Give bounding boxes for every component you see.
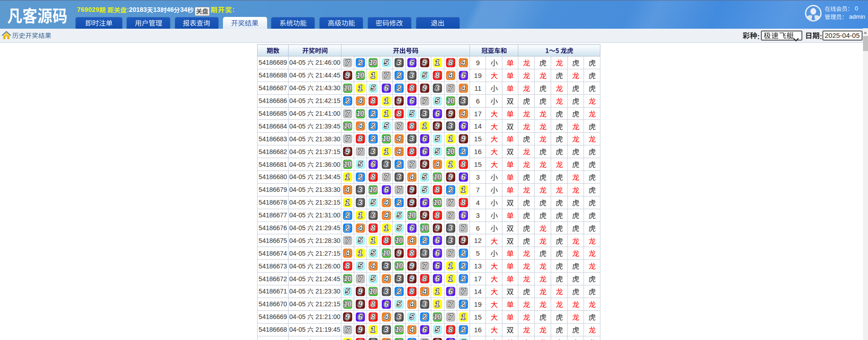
svg-text:9: 9	[435, 122, 440, 130]
svg-text:10: 10	[421, 223, 429, 232]
svg-text:7: 7	[423, 96, 428, 105]
svg-text:3: 3	[409, 134, 414, 143]
svg-text:2: 2	[345, 211, 350, 219]
svg-text:1: 1	[461, 312, 465, 321]
svg-text:4: 4	[460, 109, 465, 118]
svg-text:2: 2	[371, 134, 376, 143]
svg-text:8: 8	[448, 325, 453, 334]
svg-text:10: 10	[434, 312, 441, 321]
svg-text:8: 8	[358, 134, 363, 143]
svg-text:10: 10	[447, 96, 455, 105]
svg-text:2: 2	[345, 96, 350, 105]
svg-text:9: 9	[423, 58, 427, 67]
svg-text:7: 7	[448, 83, 453, 92]
svg-text:1: 1	[435, 287, 439, 296]
svg-text:6: 6	[358, 312, 363, 321]
svg-text:7: 7	[448, 249, 453, 258]
svg-text:7: 7	[448, 198, 453, 206]
svg-text:5: 5	[371, 83, 376, 92]
svg-text:9: 9	[461, 236, 465, 245]
svg-text:5: 5	[423, 185, 427, 194]
svg-text:1: 1	[384, 96, 388, 105]
svg-text:9: 9	[346, 312, 350, 321]
svg-text:3: 3	[423, 249, 427, 258]
svg-text:10: 10	[382, 249, 390, 258]
svg-text:4: 4	[422, 287, 427, 296]
svg-text:2: 2	[396, 83, 401, 92]
svg-text:7: 7	[384, 173, 389, 181]
svg-text:4: 4	[396, 134, 401, 143]
svg-text:2: 2	[460, 300, 465, 309]
svg-text:2: 2	[460, 249, 465, 258]
svg-text:9: 9	[409, 274, 414, 283]
svg-text:5: 5	[409, 312, 414, 321]
svg-text:3: 3	[384, 325, 388, 334]
svg-text:2: 2	[345, 223, 350, 232]
svg-text:8: 8	[435, 185, 440, 194]
svg-text:4: 4	[345, 185, 350, 194]
svg-text:2: 2	[371, 109, 376, 118]
svg-text:6: 6	[384, 185, 388, 194]
svg-text:3: 3	[435, 83, 440, 92]
svg-text:10: 10	[344, 300, 351, 309]
svg-text:1: 1	[346, 338, 350, 340]
svg-text:3: 3	[448, 236, 453, 245]
svg-text:2: 2	[422, 312, 427, 321]
svg-text:2: 2	[371, 122, 376, 130]
svg-text:6: 6	[435, 109, 440, 118]
svg-text:1: 1	[384, 223, 388, 232]
svg-text:5: 5	[371, 274, 376, 283]
svg-text:7: 7	[461, 223, 466, 232]
svg-text:4: 4	[383, 198, 388, 206]
svg-text:6: 6	[461, 122, 465, 130]
svg-text:10: 10	[395, 325, 403, 334]
svg-text:5: 5	[397, 300, 401, 309]
svg-text:3: 3	[384, 287, 388, 296]
svg-text:8: 8	[435, 211, 440, 219]
svg-text:10: 10	[434, 173, 441, 181]
svg-text:3: 3	[397, 312, 401, 321]
svg-text:6: 6	[435, 262, 440, 270]
svg-text:4: 4	[383, 274, 388, 283]
svg-text:6: 6	[384, 300, 388, 309]
svg-text:8: 8	[371, 300, 376, 309]
svg-text:4: 4	[345, 249, 350, 258]
svg-text:10: 10	[395, 338, 403, 340]
svg-text:10: 10	[356, 71, 364, 80]
svg-text:9: 9	[423, 83, 427, 92]
svg-text:2: 2	[396, 198, 401, 206]
svg-text:6: 6	[461, 211, 465, 219]
svg-text:10: 10	[382, 134, 390, 143]
svg-text:5: 5	[358, 160, 363, 169]
svg-text:1: 1	[358, 249, 362, 258]
svg-text:3: 3	[384, 262, 388, 270]
svg-text:10: 10	[369, 185, 377, 194]
svg-text:7: 7	[448, 300, 453, 309]
svg-text:8: 8	[384, 236, 388, 245]
svg-text:6: 6	[409, 58, 414, 67]
svg-text:9: 9	[358, 287, 363, 296]
svg-text:9: 9	[435, 223, 440, 232]
svg-text:4: 4	[409, 236, 414, 245]
svg-text:7: 7	[346, 236, 351, 245]
svg-text:3: 3	[358, 198, 363, 206]
svg-text:5: 5	[461, 338, 465, 340]
svg-text:9: 9	[346, 71, 350, 80]
svg-text:7: 7	[397, 185, 402, 194]
svg-text:6: 6	[384, 83, 388, 92]
svg-text:1: 1	[448, 134, 452, 143]
svg-text:3: 3	[409, 71, 414, 80]
svg-text:7: 7	[423, 262, 428, 270]
svg-text:8: 8	[371, 96, 376, 105]
svg-text:4: 4	[409, 173, 414, 181]
svg-text:5: 5	[409, 109, 414, 118]
svg-text:10: 10	[344, 274, 351, 283]
svg-text:5: 5	[435, 96, 440, 105]
svg-text:2: 2	[422, 236, 427, 245]
svg-text:1: 1	[423, 122, 427, 130]
svg-text:3: 3	[461, 96, 465, 105]
svg-text:10: 10	[344, 160, 351, 169]
svg-text:10: 10	[344, 83, 351, 92]
svg-text:4: 4	[396, 147, 401, 156]
svg-text:6: 6	[435, 249, 440, 258]
